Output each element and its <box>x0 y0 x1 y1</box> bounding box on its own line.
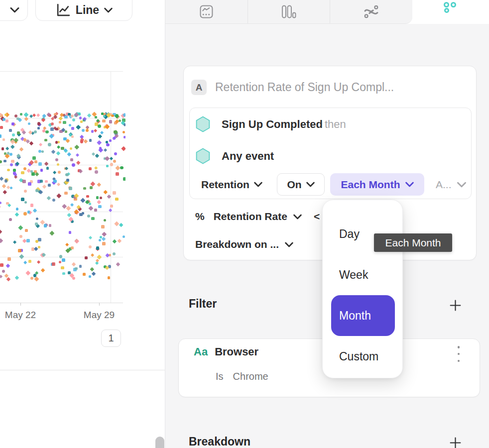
scatter-point <box>53 180 57 183</box>
scatter-point <box>19 147 23 151</box>
scatter-point <box>25 270 30 275</box>
tab-retention-active[interactable] <box>412 0 489 24</box>
scatter-point <box>33 208 37 213</box>
scatter-point <box>20 113 22 115</box>
scatter-point <box>0 134 1 138</box>
scatter-point <box>9 153 13 156</box>
breakdown-section-title: Breakdown <box>189 435 250 448</box>
scatter-point <box>55 158 58 161</box>
scatter-point <box>106 143 110 147</box>
scatter-point <box>44 139 47 142</box>
tab-flows[interactable] <box>330 0 412 23</box>
scatter-point <box>91 271 96 276</box>
prev-interval-arrow[interactable]: < <box>314 211 320 223</box>
scatter-point <box>24 201 27 204</box>
percent-prefix: % <box>195 211 205 223</box>
breakdown-on-dropdown[interactable]: Breakdown on ... <box>195 238 279 250</box>
scatter-point <box>89 245 92 248</box>
bar-chart-icon <box>281 5 296 18</box>
add-breakdown-button[interactable] <box>449 436 462 448</box>
scatter-point <box>23 260 27 264</box>
filter-operator[interactable]: Is <box>216 371 224 382</box>
app-window: Line May 22May 29 1 A Retention Rate of … <box>0 0 489 448</box>
scatter-point <box>119 223 123 227</box>
event-row-return[interactable]: Any event <box>195 148 276 164</box>
scatter-point <box>40 180 42 182</box>
filter-section-title: Filter <box>189 297 217 311</box>
scatter-point <box>2 138 5 141</box>
filter-menu-kebab-icon[interactable] <box>454 345 464 363</box>
scatter-point <box>110 205 113 208</box>
scrollbar-thumb[interactable] <box>155 437 164 448</box>
retention-dots-icon <box>443 2 458 17</box>
truncated-dropdown[interactable]: A... <box>436 173 466 196</box>
scatter-point <box>13 240 16 244</box>
scatter-point <box>69 187 72 190</box>
query-title[interactable]: Retention Rate of Sign Up Compl... <box>215 81 394 94</box>
event-row-first[interactable]: Sign Up Completedthen <box>195 116 346 132</box>
scatter-point <box>28 182 31 185</box>
pagination-page-button[interactable]: 1 <box>101 330 121 347</box>
scatter-point <box>71 114 74 117</box>
scatter-point <box>2 118 5 121</box>
scatter-point <box>58 171 61 174</box>
scatter-point <box>70 147 72 150</box>
scatter-point <box>11 160 14 163</box>
scatter-point <box>66 139 70 143</box>
scatter-point <box>104 219 106 222</box>
scatter-point <box>90 267 94 271</box>
tab-insights-chart[interactable] <box>165 0 247 23</box>
scatter-point <box>48 184 51 187</box>
scatter-point <box>108 209 112 213</box>
filter-property-name[interactable]: Browser <box>215 345 258 358</box>
retention-type-dropdown[interactable]: Retention <box>201 173 262 196</box>
scatter-point <box>4 152 7 155</box>
scatter-point <box>95 116 97 118</box>
scatter-point <box>16 117 19 120</box>
scatter-point <box>66 206 71 211</box>
scatter-point <box>35 223 38 225</box>
chevron-down-icon[interactable] <box>285 242 293 247</box>
scatter-point <box>104 148 107 152</box>
scatter-point <box>91 253 94 257</box>
scatter-point <box>52 199 55 202</box>
add-filter-button[interactable] <box>449 299 462 312</box>
chevron-down-icon[interactable] <box>293 214 302 220</box>
filter-section-header: Filter <box>189 297 217 311</box>
menu-item-month[interactable]: Month <box>323 295 402 336</box>
scatter-point <box>67 152 71 156</box>
breakdown-on-row: Breakdown on ... <box>195 238 293 250</box>
scatter-point <box>48 143 51 146</box>
tab-bar-chart[interactable] <box>247 0 330 23</box>
on-dropdown[interactable]: On <box>277 173 325 196</box>
scatter-point <box>89 206 94 211</box>
scatter-points-layer <box>0 0 125 368</box>
scatter-point <box>65 243 69 247</box>
scatter-point <box>92 152 95 155</box>
scatter-point <box>6 277 10 281</box>
scatter-point <box>39 143 42 146</box>
scatter-point <box>23 167 26 170</box>
scatter-point <box>105 124 110 129</box>
interval-dropdown[interactable]: Each Month <box>330 173 424 196</box>
menu-item-week[interactable]: Week <box>323 254 402 295</box>
scatter-point <box>122 146 125 150</box>
scatter-point <box>107 194 111 198</box>
chevron-down-icon <box>405 182 414 187</box>
scatter-point <box>37 260 40 264</box>
scatter-point <box>105 156 109 160</box>
scatter-point <box>5 146 9 150</box>
event-hexagon-icon <box>195 116 211 132</box>
scatter-point <box>96 196 99 199</box>
scatter-point <box>15 275 19 279</box>
scatter-point <box>57 194 62 199</box>
scatter-point <box>29 141 33 145</box>
scatter-point <box>30 204 33 207</box>
menu-item-custom[interactable]: Custom <box>323 336 402 377</box>
measure-dropdown[interactable]: Retention Rate <box>214 211 287 223</box>
filter-value[interactable]: Chrome <box>233 371 268 382</box>
scatter-point <box>14 175 17 179</box>
scatter-point <box>18 225 23 230</box>
scatter-point <box>3 160 6 162</box>
scatter-point <box>51 122 53 125</box>
